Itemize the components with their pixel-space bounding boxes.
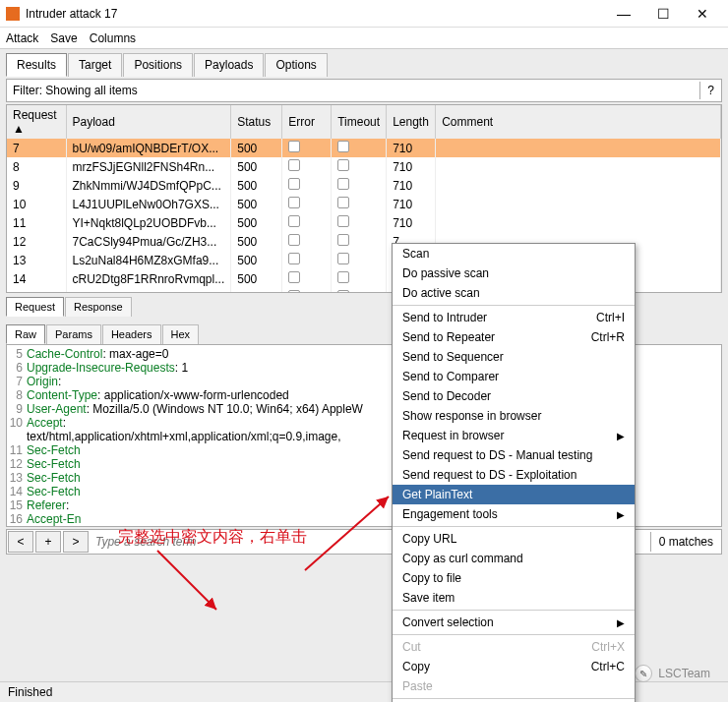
tab-headers[interactable]: Headers bbox=[102, 324, 161, 344]
menu-item[interactable]: Scan bbox=[393, 244, 635, 263]
menu-item[interactable]: Send to Comparer bbox=[393, 367, 635, 386]
tab-request[interactable]: Request bbox=[6, 297, 64, 317]
menu-item[interactable]: Do active scan bbox=[393, 283, 635, 303]
menu-item[interactable]: Show response in browser bbox=[393, 406, 635, 426]
menu-item[interactable]: Do passive scan bbox=[393, 263, 635, 283]
main-tabs: Results Target Positions Payloads Option… bbox=[0, 49, 728, 77]
menu-save[interactable]: Save bbox=[50, 31, 77, 45]
filter-label: Filter: Showing all items bbox=[7, 80, 699, 101]
menu-item[interactable]: Send to IntruderCtrl+I bbox=[393, 308, 635, 327]
context-menu: ScanDo passive scanDo active scanSend to… bbox=[392, 243, 636, 702]
menu-columns[interactable]: Columns bbox=[90, 31, 136, 45]
col-status[interactable]: Status bbox=[231, 105, 282, 139]
menu-attack[interactable]: Attack bbox=[6, 31, 38, 45]
menu-item[interactable]: Send to Sequencer bbox=[393, 347, 635, 367]
annotation-text: 完整选中密文内容，右单击 bbox=[118, 527, 307, 548]
menu-item[interactable]: Send to Decoder bbox=[393, 386, 635, 406]
menu-item[interactable]: Copy to file bbox=[393, 568, 635, 588]
table-row[interactable]: 9ZhkNmmi/WJ4DSmfQPpC...500710 bbox=[7, 176, 721, 195]
search-prev-button[interactable]: < bbox=[8, 531, 33, 553]
tab-raw[interactable]: Raw bbox=[6, 324, 45, 344]
table-header-row: Request ▲ Payload Status Error Timeout L… bbox=[7, 105, 721, 139]
window-titlebar: Intruder attack 17 — ☐ ✕ bbox=[0, 0, 728, 28]
watermark-text: LSCTeam bbox=[658, 667, 710, 680]
close-button[interactable]: ✕ bbox=[683, 0, 722, 27]
watermark-icon: ✎ bbox=[635, 665, 652, 682]
menu-item: Paste bbox=[393, 676, 635, 696]
table-row[interactable]: 7bU/w09/amIQNBDErT/OX...500710 bbox=[7, 139, 721, 157]
search-matches: 0 matches bbox=[650, 532, 721, 552]
help-icon[interactable]: ? bbox=[699, 82, 721, 99]
search-add-button[interactable]: + bbox=[35, 531, 61, 553]
minimize-button[interactable]: — bbox=[604, 0, 643, 27]
svg-line-0 bbox=[157, 551, 216, 610]
menu-item[interactable]: Send request to DS - Exploitation bbox=[393, 465, 635, 485]
window-title: Intruder attack 17 bbox=[26, 7, 604, 21]
col-timeout[interactable]: Timeout bbox=[332, 105, 387, 139]
menu-item[interactable]: Request in browser▶ bbox=[393, 426, 635, 445]
app-icon bbox=[6, 7, 20, 21]
menu-item[interactable]: Save item bbox=[393, 588, 635, 608]
menubar: Attack Save Columns bbox=[0, 28, 728, 49]
menu-item[interactable]: Copy URL bbox=[393, 529, 635, 549]
col-length[interactable]: Length bbox=[387, 105, 436, 139]
tab-target[interactable]: Target bbox=[68, 53, 122, 77]
table-row[interactable]: 8mrzFSJjEGNll2FNSh4Rn...500710 bbox=[7, 157, 721, 176]
menu-item: CutCtrl+X bbox=[393, 637, 635, 657]
table-row[interactable]: 11YI+Nqkt8lQLp2UOBDFvb...500710 bbox=[7, 213, 721, 232]
menu-item[interactable]: Convert selection▶ bbox=[393, 613, 635, 632]
tab-positions[interactable]: Positions bbox=[123, 53, 193, 77]
menu-item[interactable]: Send request to DS - Manual testing bbox=[393, 445, 635, 465]
col-request[interactable]: Request ▲ bbox=[7, 105, 66, 139]
tab-options[interactable]: Options bbox=[265, 53, 327, 77]
maximize-button[interactable]: ☐ bbox=[643, 0, 683, 27]
menu-item[interactable]: Copy as curl command bbox=[393, 549, 635, 568]
table-row[interactable]: 10L4J1UUPlLeNw0Oh7GXS...500710 bbox=[7, 195, 721, 213]
tab-payloads[interactable]: Payloads bbox=[194, 53, 264, 77]
col-error[interactable]: Error bbox=[282, 105, 332, 139]
menu-item[interactable]: Get PlainText bbox=[393, 485, 635, 504]
col-comment[interactable]: Comment bbox=[436, 105, 721, 139]
tab-hex[interactable]: Hex bbox=[162, 324, 200, 344]
menu-item[interactable]: Send to RepeaterCtrl+R bbox=[393, 327, 635, 347]
menu-item[interactable]: Engagement tools▶ bbox=[393, 504, 635, 524]
tab-results[interactable]: Results bbox=[6, 53, 67, 77]
watermark: ✎ LSCTeam bbox=[635, 665, 710, 682]
col-payload[interactable]: Payload bbox=[66, 105, 231, 139]
filter-bar[interactable]: Filter: Showing all items ? bbox=[6, 79, 722, 102]
tab-params[interactable]: Params bbox=[46, 324, 101, 344]
menu-item[interactable]: CopyCtrl+C bbox=[393, 657, 635, 676]
tab-response[interactable]: Response bbox=[65, 297, 132, 317]
search-next-button[interactable]: > bbox=[63, 531, 89, 553]
